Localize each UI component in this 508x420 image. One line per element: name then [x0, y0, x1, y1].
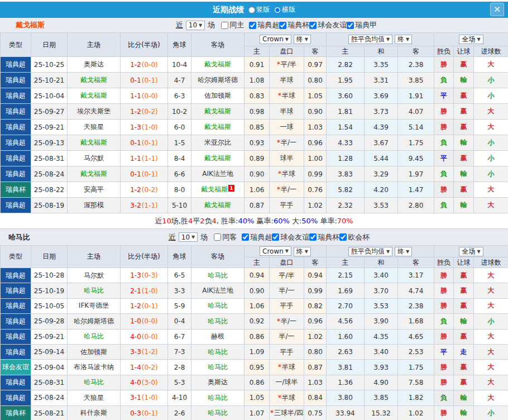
team1-name: 戴戈福斯 — [0, 20, 45, 30]
fulltime-score: 2-1 — [130, 287, 141, 295]
same-home-checkbox[interactable] — [221, 22, 228, 29]
halftime-score: (0-0) — [142, 317, 158, 325]
team-name: 戴戈福斯 — [80, 139, 107, 146]
avg-lose: 3.17 — [398, 268, 434, 283]
bookmaker-select[interactable]: Crown▼ — [260, 35, 291, 44]
team-name: 天狼星 — [84, 394, 104, 402]
league-filter[interactable]: 球会友谊 — [272, 232, 309, 242]
avg-win: 4.33 — [327, 135, 365, 151]
team-name: 奥斯达 — [208, 378, 228, 386]
same-away-checkbox[interactable] — [214, 233, 221, 241]
result-cell: 勝 — [434, 182, 454, 198]
home-team: 渥那模 — [68, 198, 121, 213]
team-name: 马尔默 — [84, 154, 104, 162]
away-team: 戴戈福斯 — [191, 104, 245, 120]
away-team: 哈马比 — [191, 390, 245, 405]
team-name: 佐加顿斯 — [204, 92, 231, 99]
match-row: 瑞典超25-09-28哈尔姆斯塔德1-0(0-0)0-4哈马比0.92*半/一0… — [1, 314, 508, 329]
league-filter[interactable]: 瑞典超 — [242, 232, 272, 242]
avg-time-select[interactable]: 终▼ — [395, 247, 412, 256]
team2-filter-bar: 哈马比 近 10 ▼ 场 同客 瑞典超球会友谊瑞典杯欧会杯 — [0, 228, 508, 245]
avg-time-select[interactable]: 终▼ — [395, 35, 412, 44]
fulltime-score: 1-3 — [130, 123, 141, 131]
league-checkbox[interactable] — [272, 233, 279, 241]
corner-score: 4-7 — [168, 73, 191, 88]
fulltime-score: 3-3 — [130, 348, 141, 356]
match-count-value: 10 — [181, 233, 190, 241]
match-count-select[interactable]: 10 ▼ — [186, 21, 205, 30]
bookmaker-value: Crown — [262, 247, 284, 255]
result-cell: 勝 — [434, 104, 454, 120]
avg-win: 3.83 — [327, 166, 365, 182]
layout-vertical-option[interactable]: 竖版 — [248, 5, 270, 15]
handicap-result-cell: 輸 — [454, 390, 474, 405]
scope-value: 全场 — [462, 35, 475, 44]
summary-segment: 10 — [162, 217, 171, 225]
home-odds: 0.86 — [245, 375, 270, 390]
handicap-result-cell: 赢 — [454, 375, 474, 390]
close-button[interactable]: ✕ — [490, 3, 504, 16]
bookmaker-select[interactable]: Crown▼ — [260, 246, 291, 256]
home-team: 哈马比 — [68, 375, 121, 390]
vertical-radio[interactable] — [248, 7, 255, 13]
halftime-score: (1-0) — [142, 123, 158, 131]
goals-result-cell: 大 — [474, 182, 508, 198]
league-filter[interactable]: 瑞典超 — [249, 20, 279, 30]
away-team: 米亚尔比 — [191, 135, 245, 151]
league-filter[interactable]: 瑞典杯 — [279, 20, 309, 30]
matches-unit-label: 场 — [208, 20, 215, 30]
col-header-result: 胜负 — [434, 257, 454, 268]
col-header-handicap: 盘口 — [270, 46, 304, 57]
match-count-select[interactable]: 10 ▼ — [179, 232, 198, 242]
odds-time-select[interactable]: 终▼ — [294, 35, 311, 44]
avg-type-select[interactable]: 胜平负均值▼ — [348, 35, 392, 44]
handicap: *平/半 — [270, 57, 304, 73]
summary-segment: 近 — [155, 217, 162, 225]
corner-score: 6-0 — [168, 120, 191, 135]
away-odds: 0.75 — [304, 405, 327, 420]
halftime-score: (0-2) — [142, 186, 158, 194]
league-checkbox[interactable] — [309, 233, 317, 241]
scope-select[interactable]: 全场▼ — [459, 35, 483, 44]
league-filter[interactable]: 欧会杯 — [339, 232, 370, 242]
halftime-score: (0-0) — [142, 92, 158, 100]
team-name: 哈马比 — [208, 363, 228, 371]
same-home-filter[interactable]: 同主 — [221, 20, 244, 30]
match-date: 25-08-21 — [31, 405, 68, 420]
fulltime-score: 4-0 — [130, 333, 141, 341]
avg-type-select[interactable]: 胜平负均值▼ — [348, 247, 392, 256]
col-header-avg-away: 客 — [398, 46, 434, 57]
same-away-filter[interactable]: 同客 — [214, 232, 237, 242]
corner-score: 0-4 — [168, 314, 191, 329]
handicap-star-icon: * — [277, 317, 280, 325]
league-checkbox[interactable] — [339, 233, 347, 241]
layout-horizontal-option[interactable]: 横版 — [274, 5, 295, 15]
league-filter[interactable]: 瑞典甲 — [347, 20, 377, 30]
avg-draw: 3.40 — [365, 344, 398, 359]
header-row-top: 类型 日期 主场 比分(半场) 角球 客场 Crown▼ 终▼ 胜平负均值▼ 终… — [1, 246, 508, 257]
handicap: 半球 — [270, 104, 304, 120]
league-checkbox[interactable] — [347, 22, 354, 29]
avg-time-value: 终 — [397, 247, 404, 256]
halftime-score: (1-0) — [142, 394, 158, 402]
home-odds: 0.86 — [245, 329, 270, 344]
team-name: 哈马比 — [208, 394, 228, 402]
league-checkbox[interactable] — [309, 22, 317, 29]
team-name: 渥那模 — [84, 201, 104, 209]
league-checkbox[interactable] — [249, 22, 256, 29]
away-odds: 0.84 — [304, 390, 327, 405]
fulltime-score: 1-1 — [130, 92, 141, 100]
horizontal-radio[interactable] — [274, 7, 281, 13]
league-filter[interactable]: 瑞典杯 — [309, 232, 339, 242]
scope-select[interactable]: 全场▼ — [459, 247, 483, 256]
result-cell: 勝 — [434, 298, 454, 313]
goals-result-cell: 小 — [474, 405, 508, 420]
league-checkbox[interactable] — [279, 22, 286, 29]
goals-result-cell: 大 — [474, 268, 508, 283]
league-checkbox[interactable] — [242, 233, 249, 241]
handicap: 平手 — [270, 344, 304, 359]
league-cell: 瑞典超 — [1, 73, 31, 88]
odds-time-select[interactable]: 终▼ — [294, 247, 311, 256]
league-filter[interactable]: 球会友谊 — [309, 20, 347, 30]
avg-win: 1.60 — [327, 329, 365, 344]
